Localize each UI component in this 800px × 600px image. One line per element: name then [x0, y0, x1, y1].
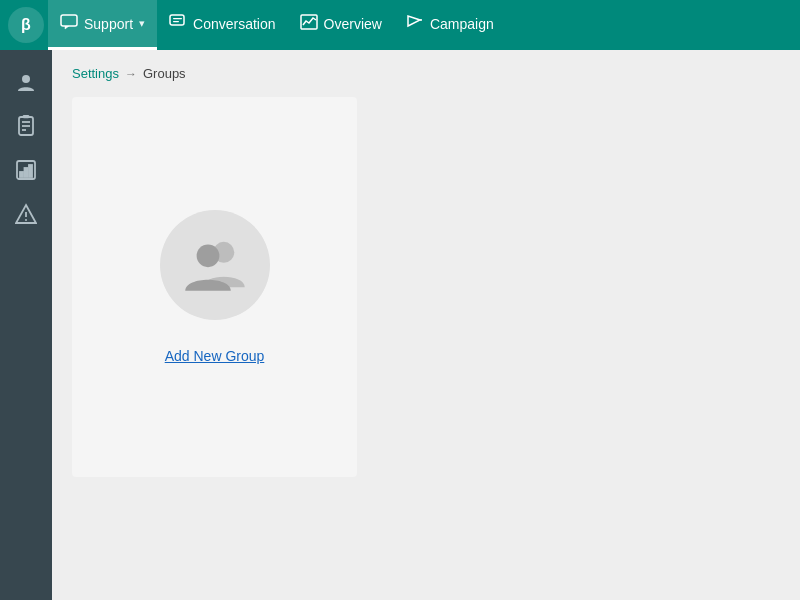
nav-item-campaign[interactable]: Campaign: [394, 0, 506, 50]
svg-rect-3: [173, 21, 179, 22]
sidebar-item-alerts[interactable]: [6, 194, 46, 234]
svg-rect-1: [170, 15, 184, 25]
chat-icon: [60, 14, 78, 34]
sidebar-item-contacts[interactable]: [6, 62, 46, 102]
conversation-icon: [169, 14, 187, 33]
nav-conversation-label: Conversation: [193, 16, 276, 32]
groups-icon-wrapper: [160, 210, 270, 320]
nav-item-overview[interactable]: Overview: [288, 0, 394, 50]
svg-rect-2: [173, 18, 182, 19]
svg-rect-14: [20, 172, 23, 177]
nav-campaign-label: Campaign: [430, 16, 494, 32]
groups-card: Add New Group: [72, 97, 357, 477]
svg-point-19: [25, 219, 27, 221]
nav-overview-label: Overview: [324, 16, 382, 32]
nav-item-support[interactable]: Support ▾: [48, 0, 157, 50]
content-area: Settings → Groups Add New Group: [52, 50, 800, 600]
breadcrumb: Settings → Groups: [72, 66, 780, 81]
svg-point-21: [196, 244, 219, 267]
sidebar-item-reports[interactable]: [6, 150, 46, 190]
top-navigation: β Support ▾ Conversation: [0, 0, 800, 50]
svg-point-7: [22, 75, 30, 83]
groups-icon: [180, 235, 250, 295]
nav-item-conversation[interactable]: Conversation: [157, 0, 288, 50]
breadcrumb-settings-link[interactable]: Settings: [72, 66, 119, 81]
logo-button[interactable]: β: [8, 7, 44, 43]
nav-support-label: Support: [84, 16, 133, 32]
sidebar-item-tasks[interactable]: [6, 106, 46, 146]
breadcrumb-separator: →: [125, 67, 137, 81]
svg-rect-16: [29, 165, 32, 177]
logo-text: β: [21, 16, 31, 34]
sidebar: [0, 50, 52, 600]
chevron-down-icon: ▾: [139, 17, 145, 30]
add-new-group-link[interactable]: Add New Group: [165, 348, 265, 364]
svg-rect-0: [61, 15, 77, 26]
overview-icon: [300, 14, 318, 33]
svg-rect-15: [25, 168, 28, 177]
svg-marker-5: [408, 16, 420, 26]
main-layout: Settings → Groups Add New Group: [0, 50, 800, 600]
svg-rect-12: [23, 115, 29, 118]
campaign-icon: [406, 14, 424, 33]
breadcrumb-current: Groups: [143, 66, 186, 81]
